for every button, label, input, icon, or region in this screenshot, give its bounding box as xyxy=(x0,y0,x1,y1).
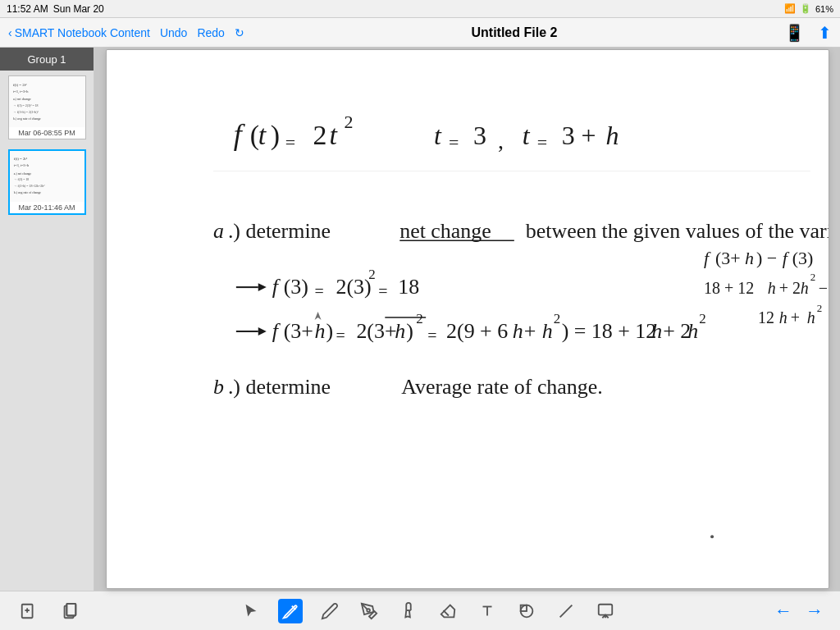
svg-text:f: f xyxy=(272,275,281,299)
svg-text:(3+: (3+ xyxy=(283,319,313,343)
svg-point-95 xyxy=(367,609,370,612)
svg-text:h: h xyxy=(778,308,787,326)
svg-text:2(9 + 6: 2(9 + 6 xyxy=(446,319,508,343)
marker-tool-button[interactable] xyxy=(357,599,381,623)
slide-thumb-1[interactable]: f(t) = 2t² t=3, t=3+h a.) net change → f… xyxy=(8,75,86,139)
svg-text:18 + 12: 18 + 12 xyxy=(704,279,754,297)
menu-bar-right: 📱 ⬆ xyxy=(784,23,832,43)
nav-forward-button[interactable]: → xyxy=(806,600,824,622)
text-tool-button[interactable] xyxy=(475,599,500,623)
status-right: 📶 🔋 61% xyxy=(784,3,833,14)
svg-text:2(3+: 2(3+ xyxy=(356,319,396,343)
share-icon[interactable]: ⬆ xyxy=(818,23,832,43)
pen-tool-button[interactable] xyxy=(278,599,303,623)
svg-rect-102 xyxy=(599,604,613,614)
status-date: Sun Mar 20 xyxy=(53,3,104,15)
shapes-tool-button[interactable] xyxy=(514,599,539,623)
pencil-tool-button[interactable] xyxy=(317,599,342,623)
status-bar: 11:52 AM Sun Mar 20 📶 🔋 61% xyxy=(0,0,840,18)
svg-text:,: , xyxy=(497,128,503,153)
menu-actions: Undo Redo ↻ xyxy=(160,26,244,39)
svg-text:→ f(3) = 2(3)² = 18: → f(3) = 2(3)² = 18 xyxy=(12,104,38,107)
svg-line-101 xyxy=(560,605,573,617)
svg-text:t: t xyxy=(329,120,338,150)
svg-text:f: f xyxy=(782,248,789,268)
svg-text:f(t) = 2t²: f(t) = 2t² xyxy=(13,157,27,161)
menu-bar: ‹ SMART Notebook Content Undo Redo ↻ Unt… xyxy=(0,18,840,48)
svg-text:h: h xyxy=(395,319,405,343)
status-time: 11:52 AM xyxy=(7,3,48,15)
svg-text:→ f(3+h) = 2(3+h)²: → f(3+h) = 2(3+h)² xyxy=(12,111,39,114)
svg-text:.) determine: .) determine xyxy=(227,219,330,243)
group-label: Group 1 xyxy=(0,48,94,71)
svg-text:h: h xyxy=(314,319,325,343)
sidebar: Group 1 f(t) = 2t² t=3, t=3+h a.) net ch… xyxy=(0,48,94,591)
svg-text:) = 18 + 12: ) = 18 + 12 xyxy=(561,319,656,343)
svg-text:2: 2 xyxy=(368,267,375,282)
svg-text:→ f(3) = 18: → f(3) = 18 xyxy=(13,178,29,181)
redo-button[interactable]: Redo xyxy=(197,26,224,39)
svg-text:=: = xyxy=(427,326,436,345)
svg-text:a: a xyxy=(212,219,223,243)
svg-text:) −: ) − xyxy=(756,248,776,268)
svg-text:t=3, t=3+h: t=3, t=3+h xyxy=(13,163,29,168)
svg-text:=: = xyxy=(285,132,294,153)
svg-text:.) determine: .) determine xyxy=(227,375,330,399)
svg-text:f: f xyxy=(272,319,281,343)
add-page-button[interactable] xyxy=(16,599,41,623)
whiteboard[interactable]: f ( t ) = 2 t 2 t = 3 , t xyxy=(106,49,829,589)
slide-thumb-2[interactable]: f(t) = 2t² t=3, t=3+h a.) net change → f… xyxy=(8,149,86,215)
svg-text:a.) net change: a.) net change xyxy=(12,98,30,101)
svg-text:+ 2: + 2 xyxy=(778,279,800,297)
import-tool-button[interactable] xyxy=(593,599,618,623)
cursor-tool-button[interactable] xyxy=(239,599,263,623)
slide-1-preview: f(t) = 2t² t=3, t=3+h a.) net change → f… xyxy=(9,76,85,127)
back-label[interactable]: SMART Notebook Content xyxy=(15,26,150,39)
svg-rect-92 xyxy=(66,603,75,615)
svg-text:t: t xyxy=(434,121,442,150)
toolbar-center xyxy=(239,599,618,623)
slide-1-label: Mar 06-08:55 PM xyxy=(9,127,85,139)
svg-marker-41 xyxy=(258,283,266,291)
svg-text:b: b xyxy=(212,375,223,399)
svg-text:): ) xyxy=(406,319,413,343)
svg-text:2: 2 xyxy=(816,302,821,314)
toolbar-left xyxy=(16,599,82,623)
svg-text:): ) xyxy=(270,120,279,151)
line-tool-button[interactable] xyxy=(554,599,578,623)
highlighter-tool-button[interactable] xyxy=(396,599,421,623)
svg-text:→ f(3+h) = 18+12h+2h²: → f(3+h) = 18+12h+2h² xyxy=(13,185,44,188)
nav-back-button[interactable]: ← xyxy=(774,600,792,622)
svg-text:− 18: − 18 xyxy=(818,279,828,297)
svg-text:=: = xyxy=(336,326,345,345)
svg-text:between the given values of th: between the given values of the variable… xyxy=(525,219,828,243)
svg-marker-56 xyxy=(258,327,266,336)
wifi-icon: 📶 xyxy=(784,3,796,14)
svg-text:h: h xyxy=(800,279,808,297)
svg-text:2: 2 xyxy=(313,120,326,150)
svg-text:t=3, t=3+h: t=3, t=3+h xyxy=(12,89,28,94)
svg-text:+: + xyxy=(523,319,536,343)
svg-text:Average rate of change.: Average rate of change. xyxy=(401,375,602,399)
main-layout: Group 1 f(t) = 2t² t=3, t=3+h a.) net ch… xyxy=(0,48,840,591)
toolbar-right: ← → xyxy=(774,600,824,622)
svg-text:2: 2 xyxy=(416,311,422,326)
undo-button[interactable]: Undo xyxy=(160,26,187,39)
svg-text:2: 2 xyxy=(699,311,705,326)
svg-text:f(t) = 2t²: f(t) = 2t² xyxy=(12,83,26,87)
svg-text:(3): (3) xyxy=(792,248,813,268)
svg-text:2: 2 xyxy=(553,311,559,326)
phone-icon[interactable]: 📱 xyxy=(784,23,805,43)
eraser-tool-button[interactable] xyxy=(436,599,460,623)
svg-text:3: 3 xyxy=(472,121,486,150)
bottom-toolbar: ← → xyxy=(0,591,840,630)
duplicate-page-button[interactable] xyxy=(57,599,82,623)
svg-text:h: h xyxy=(806,308,815,326)
canvas-area: f ( t ) = 2 t 2 t = 3 , t xyxy=(94,48,840,591)
battery-icon: 🔋 xyxy=(800,3,811,14)
svg-text:h: h xyxy=(687,319,698,343)
svg-text:12: 12 xyxy=(757,308,774,326)
refresh-icon[interactable]: ↻ xyxy=(235,26,244,39)
svg-text:t: t xyxy=(258,120,267,150)
back-button[interactable]: ‹ SMART Notebook Content xyxy=(8,26,150,39)
